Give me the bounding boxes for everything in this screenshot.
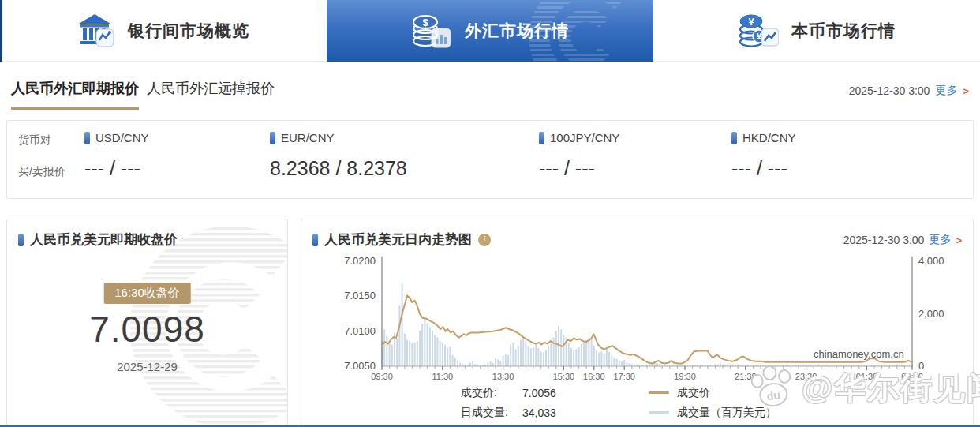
pair-quote-value: --- / ---	[84, 157, 140, 180]
stat-last-price: 成交价: 7.0056	[461, 383, 556, 403]
svg-text:21:30: 21:30	[735, 372, 757, 381]
closing-price-date: 2025-12-29	[7, 360, 287, 373]
pair-quote-value: --- / ---	[731, 157, 787, 180]
page: 银行间市场概览 $ 外汇市场行情	[0, 0, 980, 427]
top-navigation: 银行间市场概览 $ 外汇市场行情	[0, 0, 980, 62]
svg-text:7.0100: 7.0100	[344, 325, 376, 337]
bank-chart-icon	[77, 13, 115, 48]
tab-interbank-overview[interactable]: 银行间市场概览	[0, 0, 327, 62]
pair-label: EUR/CNY	[281, 131, 335, 144]
svg-text:¥: ¥	[748, 16, 754, 28]
tab-label: 外汇市场行情	[465, 20, 569, 42]
svg-text:01:30: 01:30	[856, 372, 878, 381]
closing-price-value: 7.0098	[7, 308, 287, 350]
stat-daily-volume: 日成交量: 34,033	[461, 403, 556, 422]
svg-text:09:30: 09:30	[371, 372, 393, 381]
window-edge	[0, 0, 2, 62]
tab-fx-market[interactable]: $ 外汇市场行情	[327, 0, 653, 62]
quote-subnav: 人民币外汇即期报价 人民币外汇远掉报价 2025-12-30 3:00 更多 >	[0, 62, 980, 114]
subtab-forward-swap-quotes[interactable]: 人民币外汇远掉报价	[147, 79, 275, 107]
yuan-coins-chart-icon: ¥ ¥	[738, 13, 779, 49]
dollar-coins-chart-icon: $	[411, 13, 452, 49]
closing-price-card: 人民币兑美元即期收盘价 16:30收盘价 7.0098 2025-12-29	[6, 219, 288, 426]
svg-text:16:30: 16:30	[583, 372, 605, 381]
tab-label: 本币市场行情	[791, 20, 896, 42]
chart-stats: 成交价: 7.0056 日成交量: 34,033	[461, 383, 556, 422]
pair-marker	[731, 132, 737, 144]
row-label-pair: 货币对	[18, 133, 51, 148]
svg-text:23:30: 23:30	[795, 372, 817, 381]
title-marker	[18, 234, 24, 246]
svg-text:4,000: 4,000	[918, 255, 944, 267]
stat-value: 34,033	[522, 406, 556, 419]
chart-timestamp: 2025-12-30 3:00	[843, 234, 925, 246]
more-link[interactable]: 更多	[929, 233, 951, 247]
stat-label: 日成交量:	[461, 406, 522, 420]
tab-local-currency-market[interactable]: ¥ ¥ 本币市场行情	[653, 0, 980, 62]
legend-price: 成交价	[649, 383, 776, 403]
intraday-price-volume-chart[interactable]: 7.02007.01507.01007.00504,0002,000009:30…	[301, 219, 974, 426]
intraday-chart-card: 7.02007.01507.01007.00504,0002,000009:30…	[301, 219, 974, 426]
tab-label: 银行间市场概览	[128, 20, 249, 42]
quote-timestamp: 2025-12-30 3:00	[849, 84, 930, 97]
svg-text:19:30: 19:30	[674, 372, 696, 381]
stat-label: 成交价:	[461, 386, 522, 400]
svg-text:13:30: 13:30	[492, 372, 514, 381]
info-icon[interactable]: i	[478, 234, 491, 246]
subtab-spot-quotes[interactable]: 人民币外汇即期报价	[11, 79, 139, 110]
fx-quote-panel: 货币对 买/卖报价 USD/CNY --- / --- EUR/CNY 8.23…	[6, 120, 974, 199]
volume-bar-swatch	[649, 411, 669, 414]
svg-text:03:00: 03:00	[901, 372, 923, 381]
pair-label: USD/CNY	[95, 131, 149, 144]
svg-text:7.0200: 7.0200	[344, 255, 376, 267]
svg-text:17:30: 17:30	[613, 372, 635, 381]
pair-marker	[84, 132, 90, 144]
svg-text:15:30: 15:30	[553, 372, 575, 381]
more-link[interactable]: 更多	[935, 84, 957, 98]
chevron-right-icon[interactable]: >	[956, 234, 962, 246]
chart-title: 人民币兑美元日内走势图	[324, 230, 472, 249]
price-line-swatch	[649, 391, 669, 394]
closing-time-badge: 16:30收盘价	[103, 283, 191, 304]
legend-label: 成交量（百万美元）	[677, 406, 776, 420]
svg-text:$: $	[422, 17, 428, 28]
row-label-bid-ask: 买/卖报价	[18, 165, 65, 179]
pair-label: HKD/CNY	[742, 131, 796, 144]
closing-price-title: 人民币兑美元即期收盘价	[30, 230, 178, 249]
pair-quote-value: 8.2368 / 8.2378	[270, 157, 407, 180]
site-watermark: chinamoney.com.cn	[814, 348, 904, 360]
svg-text:7.0050: 7.0050	[344, 360, 376, 372]
legend-label: 成交价	[677, 386, 710, 400]
svg-text:0: 0	[918, 360, 924, 372]
legend-volume: 成交量（百万美元）	[649, 403, 776, 422]
svg-text:7.0150: 7.0150	[344, 290, 376, 302]
svg-text:2,000: 2,000	[918, 308, 944, 320]
pair-quote-value: --- / ---	[539, 157, 595, 180]
chart-legend: 成交价 成交量（百万美元）	[649, 383, 776, 422]
chevron-right-icon[interactable]: >	[963, 85, 969, 97]
stat-value: 7.0056	[522, 387, 556, 399]
pair-marker	[539, 132, 544, 144]
pair-marker	[270, 132, 275, 144]
title-marker	[312, 234, 318, 246]
pair-label: 100JPY/CNY	[550, 131, 619, 144]
svg-text:11:30: 11:30	[432, 372, 453, 381]
